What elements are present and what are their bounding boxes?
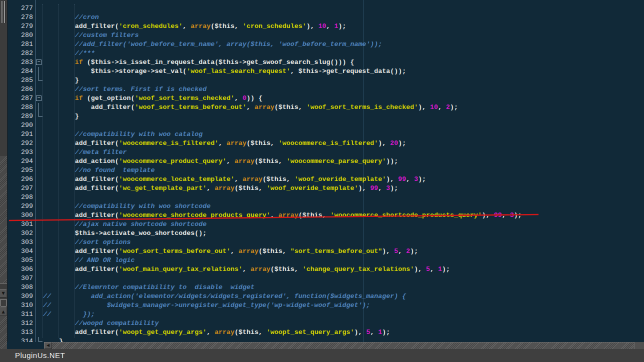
- code-text: add_filter('woof_main_query_tax_relation…: [43, 265, 450, 274]
- fold-margin: −: [33, 58, 43, 67]
- grip-handle: [4, 1, 6, 23]
- fold-margin: [33, 121, 43, 130]
- fold-margin: [33, 157, 43, 166]
- code-text: add_filter('wc_get_template_part', array…: [43, 184, 398, 193]
- code-line: 277: [0, 4, 644, 13]
- fold-margin: [33, 139, 43, 148]
- fold-margin: [33, 4, 43, 13]
- horizontal-scrollbar[interactable]: ◀: [7, 342, 644, 349]
- panel-scroll-track[interactable]: [0, 156, 7, 283]
- code-text: add_filter('woopt_get_query_args', array…: [43, 328, 390, 337]
- fold-end-icon: [38, 337, 42, 342]
- fold-collapse-icon[interactable]: −: [36, 60, 42, 65]
- code-text: // AND OR logic: [43, 256, 135, 265]
- docked-panel-strip[interactable]: ▼ ▲: [0, 0, 8, 349]
- code-area[interactable]: 277278 //cron279 add_filter('cron_schedu…: [0, 0, 644, 342]
- fold-guide-line: [38, 67, 39, 76]
- fold-margin: [33, 67, 43, 76]
- code-line: 313 add_filter('woopt_get_query_args', a…: [0, 328, 644, 337]
- fold-margin: [33, 166, 43, 175]
- scroll-left-arrow-icon[interactable]: ◀: [44, 342, 52, 349]
- code-line: 303 //sort options: [0, 238, 644, 247]
- fold-margin: [33, 310, 43, 319]
- code-line: 284 $this->storage->set_val('woof_last_s…: [0, 67, 644, 76]
- code-line: 299 //compatibility with woo shortcode: [0, 202, 644, 211]
- code-line: 283− if ($this->is_isset_in_request_data…: [0, 58, 644, 67]
- code-text: $this->activate_woo_shortcodes();: [43, 229, 206, 238]
- fold-margin: [33, 265, 43, 274]
- fold-margin: [33, 103, 43, 112]
- code-line: 287− if (get_option('woof_sort_terms_che…: [0, 94, 644, 103]
- panel-scroll-track[interactable]: [0, 316, 7, 349]
- code-text: //meta filter: [43, 148, 127, 157]
- fold-margin: [33, 202, 43, 211]
- code-line: 288 add_filter('woof_sort_terms_before_o…: [0, 103, 644, 112]
- code-text: //no found template: [43, 166, 154, 175]
- code-text: add_filter('woocommerce_shortcode_produc…: [43, 211, 522, 220]
- code-line: 282 //***: [0, 49, 644, 58]
- fold-margin: [33, 247, 43, 256]
- code-line: 285 }: [0, 76, 644, 85]
- code-line: 294 add_action('woocommerce_product_quer…: [0, 157, 644, 166]
- fold-margin: [33, 40, 43, 49]
- code-text: add_action('woocommerce_product_query', …: [43, 157, 398, 166]
- code-line: 310// $widgets_manager->unregister_widge…: [0, 301, 644, 310]
- code-line: 286 //sort terms. First if is checked: [0, 85, 644, 94]
- code-line: 308 //Elemrntor compatibility to disable…: [0, 283, 644, 292]
- code-line: 312 //woopd compatibility: [0, 319, 644, 328]
- code-text: //ajax native shortcode shortcode: [43, 220, 206, 229]
- code-line: 311// });: [0, 310, 644, 319]
- fold-margin: [33, 193, 43, 202]
- code-text: add_filter('woocommerce_is_filtered', ar…: [43, 139, 406, 148]
- fold-margin: [33, 76, 43, 85]
- panel-scroll-up-icon[interactable]: ▲: [0, 308, 6, 316]
- code-text: //sort options: [43, 238, 131, 247]
- code-line: 300 add_filter('woocommerce_shortcode_pr…: [0, 211, 644, 220]
- code-line: 298: [0, 193, 644, 202]
- code-line: 304 add_filter('woof_sort_terms_before_o…: [0, 247, 644, 256]
- code-text: if (get_option('woof_sort_terms_checked'…: [43, 94, 262, 103]
- code-text: // add_action('elementor/widgets/widgets…: [43, 292, 406, 301]
- code-text: add_filter('cron_schedules', array($this…: [43, 22, 346, 31]
- code-line: 291 //compatibility with woo catalog: [0, 130, 644, 139]
- code-line: 278 //cron: [0, 13, 644, 22]
- fold-guide-line: [38, 103, 39, 112]
- code-text: //Elemrntor compatibility to disable wid…: [43, 283, 254, 292]
- code-line: 280 //custom filters: [0, 31, 644, 40]
- fold-margin: [33, 220, 43, 229]
- code-text: //compatibility with woo shortcode: [43, 202, 210, 211]
- panel-thumb[interactable]: [0, 299, 6, 306]
- panel-scroll-down-icon[interactable]: ▼: [0, 289, 6, 298]
- horizontal-scroll-track[interactable]: [52, 342, 634, 349]
- code-line: 290: [0, 121, 644, 130]
- code-line: 306 add_filter('woof_main_query_tax_rela…: [0, 265, 644, 274]
- code-line: 295 //no found template: [0, 166, 644, 175]
- fold-margin: [33, 49, 43, 58]
- fold-end-icon: [38, 76, 42, 81]
- fold-margin: [33, 211, 43, 220]
- code-text: // });: [43, 310, 95, 319]
- code-text: //custom filters: [43, 31, 139, 40]
- code-line: 297 add_filter('wc_get_template_part', a…: [0, 184, 644, 193]
- watermark-text: PluginUs.NET: [15, 349, 65, 362]
- code-line: 279 add_filter('cron_schedules', array($…: [0, 22, 644, 31]
- fold-margin: [33, 184, 43, 193]
- code-text: // $widgets_manager->unregister_widget_t…: [43, 301, 370, 310]
- code-editor-window: 277278 //cron279 add_filter('cron_schedu…: [0, 0, 644, 362]
- fold-margin: [33, 175, 43, 184]
- code-text: //woopd compatibility: [43, 319, 158, 328]
- code-line: 301 //ajax native shortcode shortcode: [0, 220, 644, 229]
- fold-collapse-icon[interactable]: −: [36, 96, 42, 101]
- code-text: //add_filter('woof_before_term_name', ar…: [43, 40, 382, 49]
- fold-margin: [33, 31, 43, 40]
- fold-margin: [33, 130, 43, 139]
- scrollbar-corner[interactable]: [634, 342, 644, 349]
- divider: [0, 283, 7, 284]
- code-line: 309// add_action('elementor/widgets/widg…: [0, 292, 644, 301]
- code-text: //cron: [43, 13, 99, 22]
- fold-margin: [33, 13, 43, 22]
- fold-margin: [33, 274, 43, 283]
- code-line: 307: [0, 274, 644, 283]
- code-text: //sort terms. First if is checked: [43, 85, 206, 94]
- code-text: }: [43, 76, 79, 85]
